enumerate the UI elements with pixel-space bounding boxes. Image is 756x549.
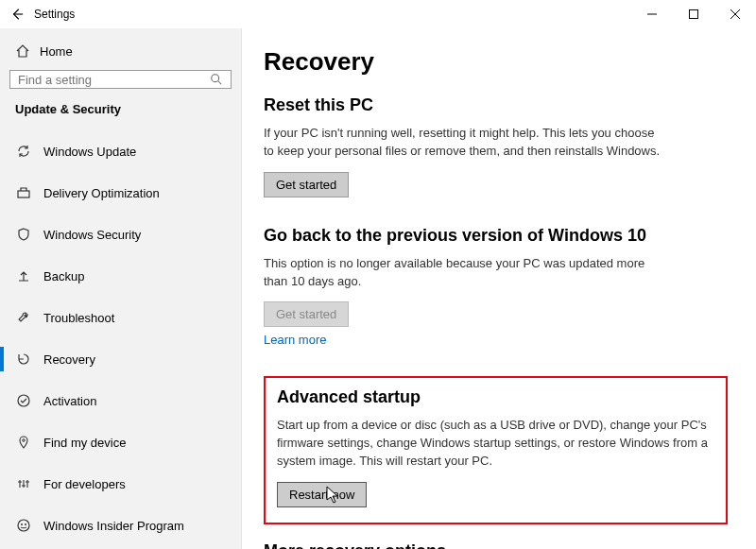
window-title: Settings [34, 8, 75, 21]
sidebar-item-windows-security[interactable]: Windows Security [9, 216, 232, 252]
restart-now-button[interactable]: Restart now [277, 482, 367, 507]
insider-icon [15, 517, 32, 534]
learn-more-link[interactable]: Learn more [264, 333, 326, 347]
sidebar-nav: Windows Update Delivery Optimization Win… [9, 133, 232, 549]
sidebar-item-label: Troubleshoot [43, 311, 114, 325]
minimize-button[interactable] [631, 0, 673, 28]
sidebar-item-label: Windows Security [43, 228, 141, 242]
home-link[interactable]: Home [9, 38, 232, 70]
sidebar-item-label: For developers [43, 477, 126, 491]
go-back-section: Go back to the previous version of Windo… [264, 226, 728, 349]
sidebar-item-windows-update[interactable]: Windows Update [9, 133, 232, 169]
svg-point-5 [18, 520, 29, 531]
sidebar-item-label: Recovery [43, 352, 95, 367]
advanced-startup-desc: Start up from a device or disc (such as … [277, 417, 712, 471]
close-icon [730, 9, 740, 19]
sidebar-item-label: Windows Update [43, 145, 136, 159]
minimize-icon [647, 9, 657, 19]
wrench-icon [15, 309, 32, 326]
svg-point-4 [23, 439, 26, 442]
sidebar-item-label: Delivery Optimization [43, 186, 160, 200]
home-icon [15, 43, 30, 59]
titlebar: Settings [0, 0, 756, 28]
svg-rect-0 [690, 10, 698, 19]
sidebar: Home Update & Security Windows Update De… [0, 28, 241, 549]
svg-point-3 [18, 395, 29, 406]
reset-pc-desc: If your PC isn't running well, resetting… [264, 125, 661, 161]
sidebar-item-delivery-optimization[interactable]: Delivery Optimization [9, 175, 232, 211]
search-input[interactable] [18, 73, 210, 87]
svg-point-1 [212, 75, 219, 82]
close-button[interactable] [714, 0, 756, 28]
search-icon [210, 73, 223, 86]
delivery-icon [15, 184, 32, 201]
arrow-left-icon [10, 8, 24, 21]
reset-get-started-button[interactable]: Get started [264, 172, 349, 197]
reset-pc-heading: Reset this PC [264, 95, 728, 115]
advanced-startup-heading: Advanced startup [277, 387, 714, 407]
sidebar-item-for-developers[interactable]: For developers [9, 466, 232, 502]
back-button[interactable] [8, 5, 26, 24]
sidebar-section-title: Update & Security [9, 102, 232, 133]
backup-icon [15, 267, 32, 284]
home-label: Home [40, 44, 73, 59]
content-pane: Recovery Reset this PC If your PC isn't … [241, 28, 756, 549]
page-title: Recovery [264, 47, 728, 77]
go-back-get-started-button: Get started [264, 301, 349, 327]
svg-point-6 [21, 523, 23, 525]
check-circle-icon [15, 392, 32, 409]
maximize-icon [689, 9, 698, 19]
developers-icon [15, 475, 32, 492]
sidebar-item-label: Windows Insider Program [43, 519, 184, 533]
more-recovery-options-heading: More recovery options [264, 541, 728, 549]
shield-icon [15, 226, 32, 243]
sidebar-item-label: Activation [43, 394, 96, 408]
maximize-button[interactable] [673, 0, 714, 28]
advanced-startup-section: Advanced startup Start up from a device … [264, 376, 728, 524]
sidebar-item-backup[interactable]: Backup [9, 258, 232, 294]
sidebar-item-recovery[interactable]: Recovery [9, 341, 232, 377]
svg-rect-2 [18, 191, 29, 197]
reset-pc-section: Reset this PC If your PC isn't running w… [264, 95, 728, 197]
location-icon [15, 434, 32, 451]
sidebar-item-troubleshoot[interactable]: Troubleshoot [9, 300, 232, 335]
sidebar-item-windows-insider[interactable]: Windows Insider Program [9, 507, 232, 543]
go-back-heading: Go back to the previous version of Windo… [264, 226, 728, 246]
sidebar-item-find-my-device[interactable]: Find my device [9, 424, 232, 460]
go-back-desc: This option is no longer available becau… [264, 255, 661, 291]
sidebar-item-label: Find my device [43, 436, 126, 450]
sync-icon [15, 143, 32, 160]
recovery-icon [15, 351, 32, 368]
svg-point-7 [25, 523, 26, 525]
search-box[interactable] [9, 70, 232, 89]
sidebar-item-activation[interactable]: Activation [9, 383, 232, 419]
sidebar-item-label: Backup [43, 269, 84, 283]
